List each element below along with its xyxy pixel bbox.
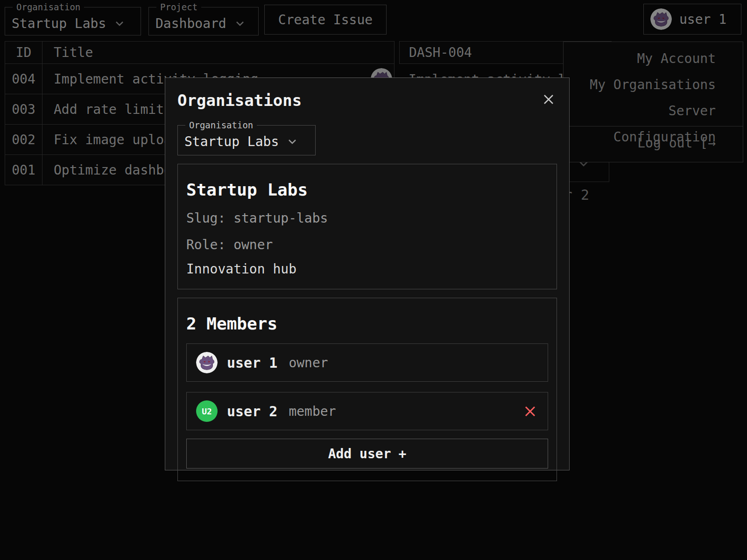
modal-organisation-select-label: Organisation — [185, 120, 257, 130]
chevron-down-icon — [288, 139, 296, 144]
remove-icon — [524, 405, 536, 418]
member-role: owner — [289, 355, 328, 371]
member-row: U2 user 2 member — [186, 392, 548, 430]
member-name: user 1 — [227, 355, 277, 371]
modal-title: Organisations — [177, 91, 302, 110]
organisations-modal: Organisations Organisation Startup Labs … — [165, 77, 570, 470]
member-initials-badge: U2 — [196, 400, 218, 422]
organisation-description: Innovation hub — [186, 261, 548, 277]
modal-organisation-select-value: Startup Labs — [184, 134, 279, 149]
member-name: user 2 — [227, 403, 277, 420]
close-button[interactable] — [540, 91, 557, 108]
modal-organisation-select[interactable]: Organisation Startup Labs — [177, 120, 316, 155]
member-role: member — [289, 404, 336, 419]
close-icon — [542, 93, 555, 106]
organisation-card: Startup Labs Slug: startup-labs Role: ow… — [177, 164, 557, 289]
plus-icon: + — [399, 446, 407, 462]
organisation-name: Startup Labs — [186, 180, 548, 199]
add-user-label: Add user — [328, 446, 391, 462]
remove-member-button[interactable] — [522, 403, 538, 420]
member-avatar-ghost-icon — [196, 352, 218, 373]
members-heading: 2 Members — [186, 314, 548, 333]
organisation-role: Role: owner — [186, 237, 548, 252]
members-card: 2 Members user 1 owner U2 user 2 member — [177, 298, 557, 481]
member-row: user 1 owner — [186, 343, 548, 382]
app-screen: Organisation Startup Labs Project Dashbo… — [0, 0, 747, 560]
organisation-slug: Slug: startup-labs — [186, 210, 548, 226]
add-user-button[interactable]: Add user + — [186, 439, 548, 469]
